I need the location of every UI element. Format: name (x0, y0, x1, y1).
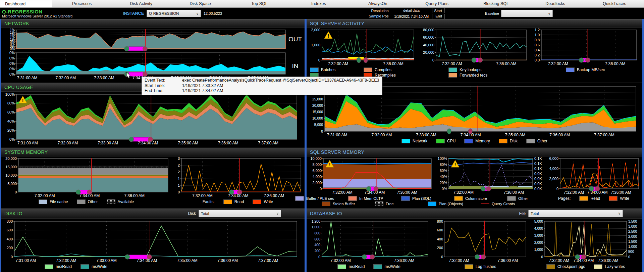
svg-text:0: 0 (321, 129, 323, 133)
svg-text:1.0: 1.0 (535, 33, 540, 37)
svg-text:0: 0 (556, 186, 558, 190)
legend-item: CPU (436, 139, 455, 143)
svg-text:7:36:00 AM: 7:36:00 AM (264, 193, 284, 198)
legend-swatch (448, 67, 457, 72)
svg-text:400: 400 (7, 237, 13, 241)
svg-text:40%: 40% (440, 174, 447, 178)
file-filter-dropdown[interactable]: Total ∨ (528, 210, 623, 217)
svg-text:0: 0 (178, 190, 180, 194)
svg-text:60%: 60% (440, 168, 447, 172)
svg-text:7:36:00 AM: 7:36:00 AM (503, 190, 524, 195)
sample-pos-field[interactable]: 1/19/2021 7:34:10 AM (391, 14, 432, 19)
tab-alwayson[interactable]: AlwaysOn (348, 0, 407, 7)
svg-text:80%: 80% (440, 162, 447, 166)
end-field[interactable] (444, 14, 480, 19)
svg-text:60,000: 60,000 (423, 35, 434, 39)
page-faults-legend: Faults:ReadWrite (171, 199, 304, 204)
chevron-down-icon: ∨ (548, 12, 550, 15)
backup-chart[interactable]: 1.21.00.80.60.40.20.07:32:00 AM7:36:00 A… (530, 28, 641, 67)
section-network: NETWORK 1%1%1%1%1%0%0%0%0% OUT 0%0%0%0%0… (1, 19, 305, 83)
svg-text:7:31:00 AM: 7:31:00 AM (17, 141, 38, 145)
header-fields: Resolution Sample Pos detail data 1/19/2… (369, 8, 642, 19)
svg-text:400: 400 (437, 237, 443, 241)
svg-text:10,000: 10,000 (310, 156, 322, 160)
legend-item: ms/Read (337, 264, 365, 269)
tab-disk-space[interactable]: Disk Space (171, 0, 230, 7)
instance-dropdown[interactable]: Q-REGRESSION ∨ (147, 10, 201, 17)
svg-text:7:32:00 AM: 7:32:00 AM (449, 258, 469, 263)
page-faults-chart[interactable]: 3221107:32:00 AM7:34:00 AM7:36:00 AM (171, 156, 304, 199)
svg-text:7:35:00 AM: 7:35:00 AM (177, 258, 198, 263)
sql-memory-legend: Buffer / PLE secIn-Mem OLTPPlan (SQL)Col… (307, 196, 545, 206)
baseline-dropdown[interactable]: ∨ (501, 10, 553, 17)
legend-item: ms/Read (45, 264, 72, 269)
key-lookups-chart[interactable]: 80,00060,00040,00020,00007:32:00 AM7:36:… (417, 28, 530, 67)
system-memory-chart[interactable]: 20,00015,00010,0005,00007:32:00 AM7:34:0… (1, 156, 171, 199)
svg-text:600: 600 (7, 228, 13, 232)
svg-text:6,000: 6,000 (312, 168, 322, 172)
svg-text:2: 2 (178, 170, 180, 174)
svg-text:0: 0 (318, 58, 320, 62)
svg-text:7:31:00 AM: 7:31:00 AM (327, 133, 347, 137)
svg-text:80%: 80% (7, 101, 15, 105)
batches-chart[interactable]: 2,0001,00007:32:00 AM7:36:00 AM! (307, 28, 417, 67)
tab-deadlocks[interactable]: Deadlocks (526, 0, 585, 7)
resolution-field[interactable]: detail data (391, 8, 432, 13)
svg-text:0%: 0% (9, 137, 15, 141)
tab-blocking-sql[interactable]: Blocking SQL (467, 0, 526, 7)
scrubber-start-handle (229, 190, 234, 194)
disk-io-chart[interactable]: 80060040020007:31:00 AM7:32:00 AM7:33:00… (1, 219, 302, 264)
tab-dashboard[interactable]: Dashboard (0, 0, 52, 7)
scrubber-start-handle (366, 186, 371, 191)
tab-query-plans[interactable]: Query Plans (407, 0, 466, 7)
network-out-label: OUT (287, 36, 303, 43)
legend-item: Compiles (364, 67, 414, 72)
svg-text:7:35:00 AM: 7:35:00 AM (178, 141, 198, 145)
svg-text:7:31:00 AM: 7:31:00 AM (17, 76, 38, 80)
svg-text:7:32:00 AM: 7:32:00 AM (56, 258, 76, 263)
disk-filter-label: Disk (188, 211, 196, 216)
svg-text:4,000: 4,000 (312, 174, 322, 178)
tab-quicktraces[interactable]: QuickTraces (585, 0, 644, 7)
system-memory-legend: File cacheOtherAvailable (1, 199, 171, 204)
instance-label: INSTANCE (123, 11, 144, 16)
legend-swatch (566, 67, 575, 72)
network-out-chart[interactable]: 1%1%1%1%1%0%0%0%0% (1, 28, 287, 51)
svg-text:5,000: 5,000 (534, 219, 543, 223)
legend-item: Backup MB/sec (566, 67, 605, 72)
checkpoint-chart[interactable]: 5,0004,0003,0002,0001,00003,5003,0002,50… (529, 219, 642, 264)
db-io-latency-chart[interactable]: 1,2001,00080060040020007:32:00 AM7:36:00… (307, 219, 431, 264)
log-flushes-chart[interactable]: 80060040020007:32:00 AM7:36:00 AM (431, 219, 529, 264)
legend-swatch (401, 139, 410, 143)
legend-item: Other (526, 139, 547, 143)
scrubber-start-handle (475, 255, 480, 259)
tab-disk-activity[interactable]: Disk Activity (111, 0, 170, 7)
svg-text:0%: 0% (10, 47, 15, 51)
cpu-usage-chart[interactable]: 100%80%60%40%20%0%7:31:00 AM7:32:00 AM7:… (1, 92, 302, 147)
legend-swatch (373, 264, 382, 269)
svg-text:200: 200 (7, 246, 13, 250)
tab-processes[interactable]: Processes (52, 0, 111, 7)
tab-indexes[interactable]: Indexes (289, 0, 348, 7)
legend-swatch (464, 139, 473, 143)
scrubber-end-handle (237, 190, 242, 194)
buffer-hit-chart[interactable]: 100%80%60%40%20%0%0.1K0.1K0.1K0.0K0.0K0.… (434, 156, 545, 196)
svg-text:2,000: 2,000 (312, 180, 322, 184)
disk-filter-dropdown[interactable]: Total ∨ (199, 210, 281, 217)
scrubber-end-handle (581, 255, 586, 259)
scrubber-end-handle (374, 186, 378, 191)
sql-memory-chart[interactable]: 10,0008,0006,0004,0002,00007:32:00 AM7:3… (307, 156, 434, 196)
legend-item: ms/Write (373, 264, 400, 269)
memory-pages-chart[interactable]: 6,0004,0002,00007:32:00 AM7:34:00 AM7:36… (545, 156, 642, 196)
svg-text:!: ! (454, 162, 456, 167)
legend-swatch (507, 196, 516, 201)
tooltip-value: 1/19/2021 7:33:32 AM (182, 83, 379, 89)
svg-text:40%: 40% (7, 119, 15, 123)
svg-text:5,000: 5,000 (314, 123, 323, 127)
svg-text:1: 1 (178, 176, 180, 180)
svg-text:7:36:00 AM: 7:36:00 AM (397, 190, 417, 195)
svg-text:25,000: 25,000 (312, 97, 323, 101)
svg-text:7:32:00 AM: 7:32:00 AM (55, 76, 76, 80)
start-field[interactable] (444, 8, 480, 13)
tab-top-sql[interactable]: Top SQL (230, 0, 289, 7)
